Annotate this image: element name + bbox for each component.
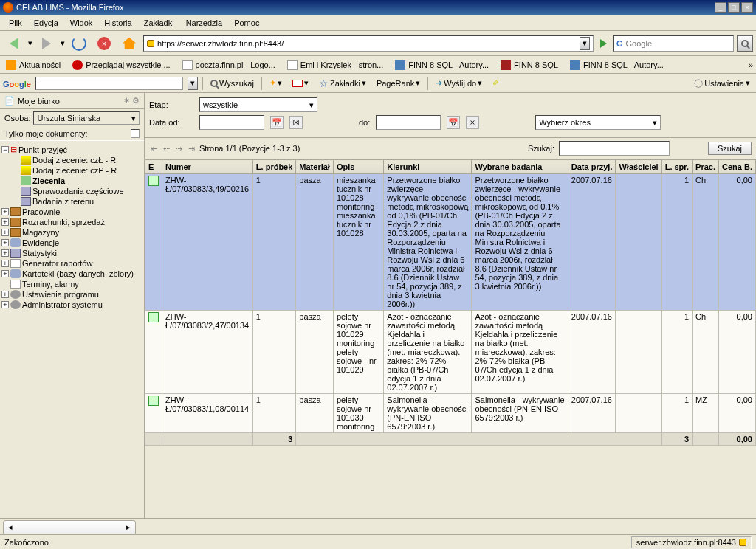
clear-icon[interactable]: ☒ <box>466 116 479 129</box>
google-highlight-button[interactable]: ✐ <box>489 77 502 89</box>
bookmark-item[interactable]: FINN 8 SQL - Autory... <box>392 58 492 72</box>
go-button[interactable] <box>597 37 610 50</box>
tree-item[interactable]: +Pracownie <box>1 207 142 217</box>
reload-button[interactable] <box>68 33 90 54</box>
tree-item[interactable]: Dodaj zlecenie: czŁ - R <box>12 155 142 165</box>
url-bar[interactable]: https://serwer.zhwlodz.finn.pl:8443/ ▾ <box>143 35 594 52</box>
col-header[interactable]: L. spr. <box>662 160 692 174</box>
calendar-icon[interactable]: 📅 <box>447 116 460 129</box>
tree-item[interactable]: +Magazyny <box>1 227 142 238</box>
tree-item[interactable]: +Statystyki <box>1 248 142 258</box>
bookmark-item[interactable]: Aktualności <box>3 58 63 72</box>
data-od-input[interactable] <box>199 115 264 130</box>
menu-edycja[interactable]: Edycja <box>28 17 64 29</box>
menu-narzedzia[interactable]: Narzędzia <box>180 17 229 29</box>
google-gmail-button[interactable]: ▾ <box>289 77 312 89</box>
page-last-icon[interactable]: ⇥ <box>187 144 196 153</box>
page-first-icon[interactable]: ⇤ <box>149 144 159 153</box>
stop-button[interactable]: × <box>93 33 115 54</box>
tree-item[interactable]: Badania z terenu <box>12 196 142 207</box>
tree-root[interactable]: − ⊟ Punkt przyjęć <box>1 144 142 155</box>
szukaj-button[interactable]: Szukaj <box>708 142 752 155</box>
tree-item[interactable]: +Kartoteki (bazy danych, zbiory) <box>1 269 142 279</box>
tree-item[interactable]: Dodaj zlecenie: czP - R <box>12 165 142 176</box>
row-edit-icon[interactable] <box>148 176 159 186</box>
google-pagerank-button[interactable]: PageRank▾ <box>374 77 423 89</box>
tree-expand-icon[interactable]: + <box>1 249 9 257</box>
col-header[interactable]: L. próbek <box>252 160 296 174</box>
calendar-icon[interactable]: 📅 <box>270 116 284 129</box>
col-header[interactable]: E <box>145 160 162 174</box>
table-row[interactable]: ZHW-Ł/07/03083/1,08/001141paszapelety so… <box>145 394 756 433</box>
tree-item[interactable]: +Generator raportów <box>1 258 142 269</box>
back-dropdown[interactable]: ▾ <box>28 38 32 48</box>
table-row[interactable]: ZHW-Ł/07/03083/3,49/002161paszamieszanka… <box>145 174 756 311</box>
tab-close-left-icon[interactable]: ◂ <box>8 522 13 532</box>
col-header[interactable]: Wybrane badania <box>472 160 568 174</box>
tree-expand-icon[interactable]: + <box>1 260 9 267</box>
col-header[interactable]: Cena B. <box>718 160 755 174</box>
maximize-button[interactable]: □ <box>728 2 740 13</box>
google-search-button[interactable]: Wyszukaj <box>207 77 257 89</box>
search-go-button[interactable] <box>737 35 753 52</box>
person-select[interactable]: Urszula Siniarska ▾ <box>33 111 140 125</box>
search-bar[interactable]: G <box>613 35 734 52</box>
home-button[interactable] <box>118 33 140 54</box>
tree-item[interactable]: +Ustawienia programu <box>1 289 142 300</box>
tree-item[interactable]: Terminy, alarmy <box>1 279 142 289</box>
col-header[interactable]: Data przyj. <box>568 160 616 174</box>
tree-item[interactable]: Sprawozdania częściowe <box>12 186 142 196</box>
etap-select[interactable]: wszystkie▾ <box>199 97 317 112</box>
okres-select[interactable]: Wybierz okres▾ <box>535 115 661 130</box>
google-search-dropdown[interactable]: ▾ <box>188 77 198 90</box>
tab-close-right-icon[interactable]: ▸ <box>126 522 131 532</box>
tree-collapse-icon[interactable]: − <box>1 146 9 153</box>
page-next-icon[interactable]: ⇢ <box>174 144 184 153</box>
menu-historia[interactable]: Historia <box>98 17 137 29</box>
table-row[interactable]: ZHW-Ł/07/03083/2,47/001341paszapelety so… <box>145 311 756 394</box>
tree-item-zlecenia[interactable]: Zlecenia <box>12 176 142 186</box>
tree-item[interactable]: +Administrator systemu <box>1 300 142 310</box>
tree-expand-icon[interactable]: + <box>1 301 9 308</box>
search-input[interactable] <box>626 39 730 48</box>
google-settings-button[interactable]: ◯Ustawienia▾ <box>691 77 753 89</box>
col-header[interactable]: Prac. <box>693 160 719 174</box>
minimize-button[interactable]: _ <box>715 2 726 13</box>
tree-expand-icon[interactable]: + <box>1 239 9 246</box>
bookmark-item[interactable]: FINN 8 SQL <box>498 58 561 72</box>
page-prev-icon[interactable]: ⇠ <box>162 144 171 153</box>
google-search-input[interactable] <box>35 77 183 90</box>
clear-icon[interactable]: ☒ <box>289 116 303 129</box>
tree-expand-icon[interactable]: + <box>1 291 9 298</box>
col-header[interactable]: Opis <box>333 160 383 174</box>
menu-pomoc[interactable]: Pomoc <box>228 17 265 29</box>
menu-widok[interactable]: Widok <box>64 17 99 29</box>
bookmarks-overflow[interactable]: » <box>749 61 753 69</box>
col-header[interactable]: Kierunki <box>384 160 472 174</box>
bookmark-item[interactable]: poczta.finn.pl - Logo... <box>179 58 278 72</box>
close-button[interactable]: × <box>741 2 753 13</box>
bookmark-item[interactable]: Przeglądaj wszystkie ... <box>69 58 173 72</box>
row-edit-icon[interactable] <box>148 396 159 406</box>
browser-tab[interactable]: ◂ ▸ <box>3 520 136 534</box>
google-bookmarks-button[interactable]: ☆Zakładki▾ <box>316 76 369 91</box>
col-header[interactable]: Numer <box>162 160 253 174</box>
sidebar-refresh-icon[interactable]: ✶ <box>123 96 130 105</box>
back-button[interactable] <box>3 33 25 54</box>
only-mine-checkbox[interactable] <box>131 129 140 138</box>
forward-button[interactable] <box>35 33 58 54</box>
tree-item[interactable]: +Rozrachunki, sprzedaż <box>1 217 142 227</box>
tree-expand-icon[interactable]: + <box>1 218 9 226</box>
url-dropdown[interactable]: ▾ <box>580 37 590 50</box>
grid-search-input[interactable] <box>559 141 670 156</box>
sidebar-gear-icon[interactable]: ⚙ <box>132 96 140 105</box>
google-sendto-button[interactable]: ➜Wyślij do▾ <box>433 77 485 89</box>
col-header[interactable]: Właściciel <box>616 160 662 174</box>
forward-dropdown[interactable]: ▾ <box>61 38 65 48</box>
tree-expand-icon[interactable]: + <box>1 270 9 277</box>
row-edit-icon[interactable] <box>148 312 159 322</box>
menu-zakladki[interactable]: Zakładki <box>138 17 180 29</box>
google-news-button[interactable]: ✦▾ <box>267 77 285 89</box>
bookmark-item[interactable]: FINN 8 SQL - Autory... <box>567 58 667 72</box>
tree-expand-icon[interactable]: + <box>1 229 9 236</box>
